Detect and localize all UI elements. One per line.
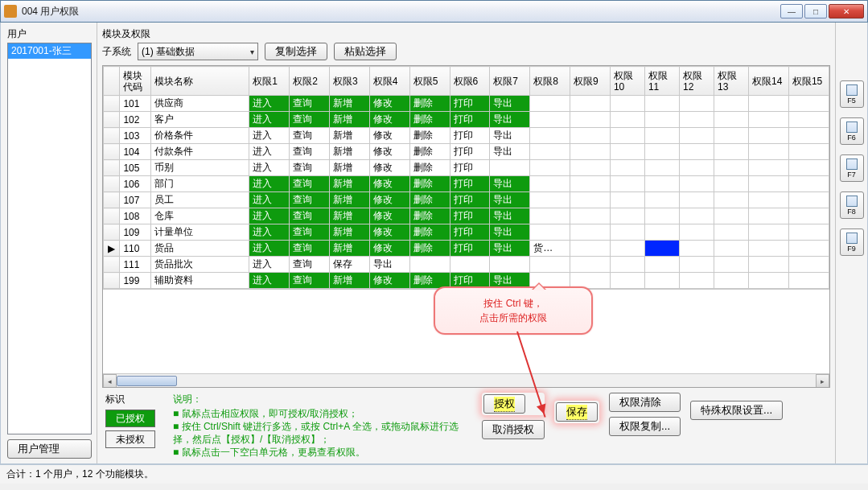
perm-cell[interactable]: 查询 xyxy=(290,273,330,289)
cell-name[interactable]: 货品批次 xyxy=(150,257,249,273)
perm-cell[interactable] xyxy=(788,144,829,160)
perm-cell[interactable] xyxy=(570,208,611,224)
perm-cell[interactable]: 新增 xyxy=(329,160,369,176)
table-row[interactable]: 103价格条件进入查询新增修改删除打印导出 xyxy=(104,128,829,144)
f7-button[interactable]: F7 xyxy=(840,154,864,182)
perm-cell[interactable] xyxy=(530,176,570,192)
perm-cell[interactable] xyxy=(788,192,829,208)
perm-cell[interactable] xyxy=(530,112,570,128)
perm-cell[interactable]: 打印 xyxy=(450,241,490,257)
perm-cell[interactable] xyxy=(749,128,789,144)
perm-cell[interactable]: 导出 xyxy=(490,96,530,112)
row-selector[interactable] xyxy=(104,144,120,160)
perm-cell[interactable]: 修改 xyxy=(369,224,409,241)
perm-cell[interactable]: 查询 xyxy=(290,160,330,176)
perm-cell[interactable]: 修改 xyxy=(369,112,409,128)
perm-cell[interactable] xyxy=(679,96,714,112)
perm-cell[interactable] xyxy=(788,241,829,257)
paste-selection-button[interactable]: 粘贴选择 xyxy=(334,43,397,60)
perm-cell[interactable] xyxy=(679,208,714,224)
perm-cell[interactable] xyxy=(714,257,749,273)
perm-cell[interactable] xyxy=(530,160,570,176)
perm-cell[interactable]: 导出 xyxy=(490,224,530,241)
perm-cell[interactable]: 打印 xyxy=(450,144,490,160)
perm-cell[interactable] xyxy=(570,192,611,208)
perm-cell[interactable]: 进入 xyxy=(249,208,290,224)
perm-cell[interactable] xyxy=(749,273,789,289)
cell-code[interactable]: 106 xyxy=(120,176,151,192)
perm-cell[interactable] xyxy=(610,257,644,273)
f6-button[interactable]: F6 xyxy=(840,117,864,145)
cell-name[interactable]: 客户 xyxy=(150,112,249,128)
perm-cell[interactable] xyxy=(644,241,679,257)
perm-cell[interactable] xyxy=(749,96,789,112)
user-list[interactable]: 2017001-张三 xyxy=(7,43,92,434)
header-p9[interactable]: 权限9 xyxy=(570,67,611,96)
perm-cell[interactable] xyxy=(714,224,749,241)
header-p11[interactable]: 权限 11 xyxy=(644,67,679,96)
row-selector[interactable] xyxy=(104,208,120,224)
perm-cell[interactable] xyxy=(610,160,644,176)
perm-cell[interactable] xyxy=(644,208,679,224)
cell-name[interactable]: 币别 xyxy=(150,160,249,176)
cell-code[interactable]: 103 xyxy=(120,128,151,144)
perm-cell[interactable] xyxy=(679,192,714,208)
table-row[interactable]: 111货品批次进入查询保存导出 xyxy=(104,257,829,273)
perm-cell[interactable]: 删除 xyxy=(409,144,450,160)
perm-cell[interactable]: 查询 xyxy=(290,224,330,241)
perm-cell[interactable]: 查询 xyxy=(290,176,330,192)
perm-cell[interactable] xyxy=(644,144,679,160)
header-p10[interactable]: 权限 10 xyxy=(610,67,644,96)
row-selector[interactable] xyxy=(104,257,120,273)
special-perms-button[interactable]: 特殊权限设置... xyxy=(690,401,783,420)
perm-cell[interactable] xyxy=(679,241,714,257)
perm-cell[interactable] xyxy=(749,257,789,273)
perm-cell[interactable] xyxy=(644,96,679,112)
perm-cell[interactable] xyxy=(714,192,749,208)
perm-cell[interactable]: 删除 xyxy=(409,128,450,144)
perm-cell[interactable] xyxy=(749,241,789,257)
perm-cell[interactable] xyxy=(644,273,679,289)
perm-cell[interactable]: 进入 xyxy=(249,144,290,160)
perm-cell[interactable]: 修改 xyxy=(369,273,409,289)
perm-cell[interactable]: 修改 xyxy=(369,192,409,208)
perm-cell[interactable] xyxy=(714,241,749,257)
perm-cell[interactable]: 删除 xyxy=(409,208,450,224)
header-p5[interactable]: 权限5 xyxy=(409,67,450,96)
perm-cell[interactable] xyxy=(610,112,644,128)
perm-cell[interactable]: 保存 xyxy=(329,257,369,273)
perm-cell[interactable]: 新增 xyxy=(329,144,369,160)
header-p12[interactable]: 权限 12 xyxy=(679,67,714,96)
cell-name[interactable]: 部门 xyxy=(150,176,249,192)
perm-cell[interactable]: 查询 xyxy=(290,257,330,273)
subsystem-select[interactable]: (1) 基础数据 xyxy=(138,43,258,60)
perm-cell[interactable] xyxy=(610,144,644,160)
header-p15[interactable]: 权限15 xyxy=(788,67,829,96)
perm-cell[interactable] xyxy=(679,224,714,241)
perm-cell[interactable] xyxy=(644,257,679,273)
perm-cell[interactable]: 进入 xyxy=(249,273,290,289)
perm-cell[interactable]: 查询 xyxy=(290,241,330,257)
perm-cell[interactable]: 进入 xyxy=(249,128,290,144)
perm-cell[interactable] xyxy=(749,224,789,241)
cell-name[interactable]: 辅助资料 xyxy=(150,273,249,289)
perm-cell[interactable]: 修改 xyxy=(369,144,409,160)
cell-name[interactable]: 供应商 xyxy=(150,96,249,112)
perm-cell[interactable] xyxy=(679,257,714,273)
perm-cell[interactable]: 进入 xyxy=(249,192,290,208)
cell-code[interactable]: 111 xyxy=(120,257,151,273)
perm-cell[interactable]: 新增 xyxy=(329,224,369,241)
perm-cell[interactable]: 修改 xyxy=(369,96,409,112)
perm-cell[interactable]: 打印 xyxy=(450,192,490,208)
perm-cell[interactable] xyxy=(610,128,644,144)
perm-cell[interactable]: 查询 xyxy=(290,96,330,112)
perm-cell[interactable] xyxy=(749,144,789,160)
save-button[interactable]: 保存 xyxy=(556,402,598,422)
perm-cell[interactable] xyxy=(570,160,611,176)
perm-cell[interactable]: 新增 xyxy=(329,241,369,257)
perm-cell[interactable] xyxy=(644,192,679,208)
header-code[interactable]: 模块 代码 xyxy=(120,67,151,96)
grant-button[interactable]: 授权 xyxy=(483,394,525,414)
perm-cell[interactable]: 打印 xyxy=(450,208,490,224)
perm-cell[interactable] xyxy=(570,128,611,144)
